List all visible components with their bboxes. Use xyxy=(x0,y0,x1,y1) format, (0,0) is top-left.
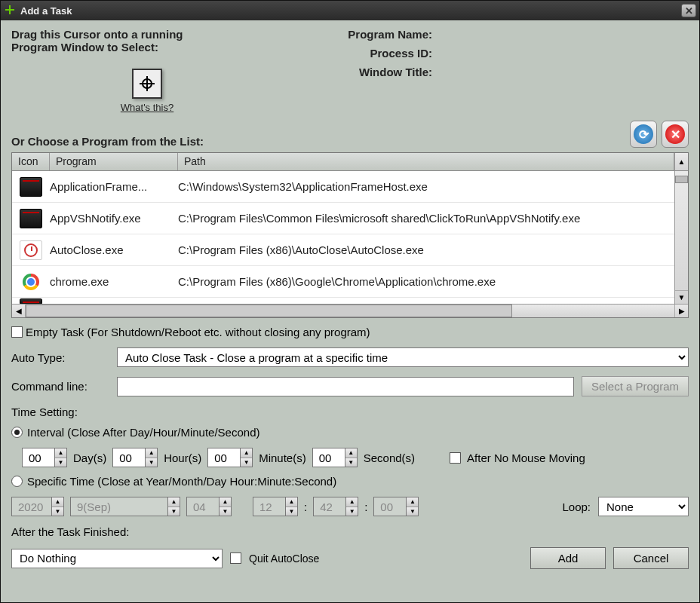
program-row[interactable]: ApplicationFrame...C:\Windows\System32\A… xyxy=(12,171,674,203)
program-name: AppVShNotify.exe xyxy=(50,212,178,225)
interval-radio[interactable] xyxy=(11,427,23,438)
interval-label: Interval (Close After Day/Hour/Minute/Se… xyxy=(27,426,259,439)
clear-icon: ✕ xyxy=(665,124,685,144)
after-no-mouse-checkbox[interactable] xyxy=(450,452,461,464)
col-header-program[interactable]: Program xyxy=(50,153,178,170)
interval-minutes-input[interactable] xyxy=(207,448,241,467)
program-icon xyxy=(12,209,50,228)
scroll-left-button[interactable]: ◀ xyxy=(12,305,26,317)
program-row[interactable]: AppVShNotify.exeC:\Program Files\Common … xyxy=(12,203,674,234)
interval-hours-input[interactable] xyxy=(112,448,146,467)
program-icon xyxy=(12,240,50,260)
choose-from-list-label: Or Choose a Program from the List: xyxy=(11,135,625,148)
unit-days: Day(s) xyxy=(73,451,106,464)
auto-type-select[interactable]: Auto Close Task - Close a program at a s… xyxy=(117,347,689,367)
program-path: C:\Windows\System32\ApplicationFrameHost… xyxy=(178,180,674,193)
drag-crosshair-target[interactable] xyxy=(132,69,162,99)
program-path: C:\Program Files (x86)\AutoClose\AutoClo… xyxy=(178,243,674,256)
specific-time-radio[interactable] xyxy=(11,476,23,487)
scroll-down-button[interactable]: ▼ xyxy=(675,290,688,304)
vertical-scrollbar[interactable]: ▼ xyxy=(674,171,688,304)
label-process-id: Process ID: xyxy=(260,47,689,60)
titlebar[interactable]: Add a Task ✕ xyxy=(1,1,699,20)
interval-days-input[interactable] xyxy=(22,448,55,467)
unit-minutes: Minute(s) xyxy=(259,451,306,464)
app-icon xyxy=(4,5,16,17)
clear-selection-button[interactable]: ✕ xyxy=(662,121,689,148)
specific-month-input[interactable] xyxy=(70,497,168,516)
unit-hours: Hour(s) xyxy=(164,451,201,464)
program-name: ApplicationFrame... xyxy=(50,180,178,193)
select-program-button[interactable]: Select a Program xyxy=(582,376,689,396)
program-path: C:\Program Files\Common Files\microsoft … xyxy=(178,212,674,225)
col-header-path[interactable]: Path xyxy=(178,153,674,170)
whats-this-link[interactable]: What's this? xyxy=(121,102,173,113)
refresh-icon: ⟳ xyxy=(634,124,653,144)
program-icon xyxy=(12,177,50,197)
time-setting-label: Time Setting: xyxy=(11,406,689,418)
dialog-title: Add a Task xyxy=(20,5,72,17)
drag-instruction: Drag this Cursor onto a running Program … xyxy=(11,28,230,54)
program-name: AutoClose.exe xyxy=(50,243,178,256)
specific-time-label: Specific Time (Close at Year/Month/Day H… xyxy=(27,475,336,488)
dialog-window: Add a Task ✕ Drag this Cursor onto a run… xyxy=(0,0,700,603)
program-row[interactable]: chrome.exeC:\Program Files (x86)\Google\… xyxy=(12,266,674,298)
program-path: C:\Program Files (x86)\Google\Chrome\App… xyxy=(178,275,674,288)
scroll-up-button[interactable]: ▲ xyxy=(674,153,688,171)
quit-autoclose-label: Quit AutoClose xyxy=(249,552,319,565)
specific-second-input[interactable] xyxy=(373,497,407,516)
specific-minute-input[interactable] xyxy=(313,497,346,516)
command-line-label: Command line: xyxy=(11,380,109,393)
add-button[interactable]: Add xyxy=(530,547,606,569)
refresh-button[interactable]: ⟳ xyxy=(630,121,657,148)
after-finished-select[interactable]: Do Nothing xyxy=(11,549,223,568)
empty-task-checkbox[interactable] xyxy=(11,326,23,338)
specific-day-input[interactable] xyxy=(186,497,220,516)
col-header-icon[interactable]: Icon xyxy=(12,153,50,170)
command-line-input[interactable] xyxy=(117,377,574,396)
specific-hour-input[interactable] xyxy=(253,497,286,516)
loop-select[interactable]: None xyxy=(598,497,689,516)
interval-seconds-input[interactable] xyxy=(312,448,345,467)
program-row[interactable]: AutoClose.exeC:\Program Files (x86)\Auto… xyxy=(12,234,674,266)
horizontal-scrollbar[interactable]: ◀ ▶ xyxy=(12,304,688,317)
cancel-button[interactable]: Cancel xyxy=(613,547,689,569)
program-list: Icon Program Path ▲ ApplicationFrame...C… xyxy=(11,152,689,318)
specific-year-input[interactable] xyxy=(11,497,52,516)
label-program-name: Program Name: xyxy=(260,28,689,41)
quit-autoclose-checkbox[interactable] xyxy=(230,552,241,564)
empty-task-label: Empty Task (For Shutdown/Reboot etc. wit… xyxy=(26,326,370,338)
loop-label: Loop: xyxy=(562,500,591,513)
label-window-title: Window Title: xyxy=(260,66,689,78)
program-icon xyxy=(12,272,50,292)
window-close-button[interactable]: ✕ xyxy=(681,4,696,17)
program-name: chrome.exe xyxy=(50,275,178,288)
unit-seconds: Second(s) xyxy=(364,451,415,464)
auto-type-label: Auto Type: xyxy=(11,351,109,364)
after-finished-label: After the Task Finished: xyxy=(11,525,689,538)
dialog-content: Drag this Cursor onto a running Program … xyxy=(1,20,699,602)
after-no-mouse-label: After No Mouse Moving xyxy=(467,451,585,464)
scroll-right-button[interactable]: ▶ xyxy=(674,305,688,317)
